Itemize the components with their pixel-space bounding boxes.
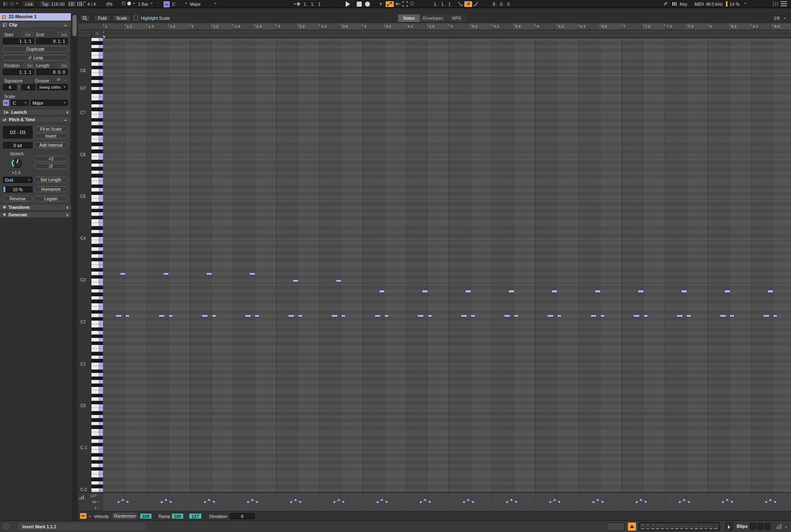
ruler-label[interactable]: 3 <box>278 24 280 28</box>
white-key[interactable] <box>91 104 103 108</box>
randomize-amount-field[interactable]: 100 <box>140 513 152 519</box>
loop-switch[interactable]: ↺ <box>464 1 472 7</box>
ruler-label[interactable]: 5.2 <box>472 24 477 28</box>
automation-mode-button[interactable] <box>386 1 394 7</box>
white-key[interactable] <box>91 240 103 244</box>
new-button[interactable]: + <box>379 1 384 7</box>
white-key[interactable] <box>91 321 103 324</box>
pitch-time-section-header[interactable]: ⇄ Pitch & Time <box>0 116 71 123</box>
white-key[interactable] <box>91 279 103 282</box>
white-key[interactable] <box>91 146 103 150</box>
lane-chooser-button[interactable] <box>80 513 87 519</box>
white-key[interactable] <box>91 164 103 167</box>
midi-note[interactable] <box>288 314 295 317</box>
collapse-arrow[interactable] <box>64 25 67 28</box>
velocity-dot[interactable] <box>635 501 638 503</box>
metronome-filled-icon[interactable] <box>127 2 131 5</box>
white-key[interactable] <box>91 481 103 485</box>
clip-position-field[interactable]: 1. 1. 1 <box>3 69 34 75</box>
midi-note[interactable] <box>514 314 519 317</box>
punch-out-icon[interactable] <box>473 2 478 6</box>
cpu-menu-arrow[interactable] <box>744 3 747 5</box>
white-key[interactable] <box>91 45 103 48</box>
launch-section-header[interactable]: ❙▶ Launch <box>0 109 71 115</box>
velocity-dot[interactable] <box>165 499 167 501</box>
white-key[interactable] <box>91 178 103 181</box>
deviation-field[interactable]: 0 <box>230 513 255 519</box>
white-key[interactable] <box>91 171 103 174</box>
white-key[interactable] <box>91 408 103 411</box>
white-key[interactable] <box>91 422 103 425</box>
velocity-dot[interactable] <box>256 501 258 503</box>
status-menu-arrow[interactable] <box>785 527 787 529</box>
black-key[interactable] <box>91 143 103 146</box>
white-key[interactable] <box>91 265 103 268</box>
ruler-label[interactable]: 6.3 <box>580 24 585 28</box>
ruler-label[interactable]: 6 <box>537 24 539 28</box>
midi-note[interactable] <box>633 314 640 317</box>
midi-note[interactable] <box>159 314 165 317</box>
velocity-dot[interactable] <box>597 499 599 501</box>
session-record-icon[interactable] <box>403 1 408 7</box>
key-map-button[interactable]: Key <box>680 2 687 7</box>
velocity-lane[interactable] <box>103 492 791 511</box>
white-key[interactable] <box>91 345 103 348</box>
chevron-down-icon[interactable] <box>16 3 18 5</box>
time-signature[interactable]: 4 / 4 <box>87 2 96 7</box>
black-key[interactable] <box>91 453 103 457</box>
black-key[interactable] <box>91 167 103 170</box>
black-key[interactable] <box>91 370 103 373</box>
white-key[interactable] <box>91 73 103 76</box>
ruler-label[interactable]: 8 <box>709 24 711 28</box>
stop-button[interactable] <box>357 2 362 7</box>
midi-note[interactable] <box>341 314 346 317</box>
black-key[interactable] <box>91 384 103 387</box>
panel-toggle-icon[interactable] <box>3 2 8 6</box>
velocity-dot[interactable] <box>463 501 465 503</box>
white-key[interactable] <box>91 195 103 198</box>
stretch-knob[interactable] <box>10 157 23 170</box>
velocity-dot[interactable] <box>337 499 340 501</box>
white-key[interactable] <box>91 87 103 90</box>
midi-note[interactable] <box>638 290 644 293</box>
ruler-label[interactable]: 8.2 <box>731 24 737 28</box>
black-key[interactable] <box>91 160 103 163</box>
black-key[interactable] <box>91 150 103 153</box>
clip-end-field[interactable]: 9. 1. 1 <box>36 38 68 44</box>
velocity-dot[interactable] <box>679 501 681 503</box>
black-key[interactable] <box>91 209 103 212</box>
velocity-dot[interactable] <box>290 501 293 503</box>
velocity-dot[interactable] <box>774 501 776 503</box>
clip-overview-minimap[interactable] <box>639 522 720 531</box>
white-key[interactable] <box>91 464 103 467</box>
velocity-dot[interactable] <box>428 501 431 503</box>
ruler-label[interactable]: 2.3 <box>234 24 240 28</box>
clip-name[interactable]: 22-Massive 1 <box>9 14 37 19</box>
white-key[interactable] <box>91 432 103 436</box>
velocity-dot[interactable] <box>644 501 647 503</box>
midi-note[interactable] <box>331 314 338 317</box>
black-key[interactable] <box>91 460 103 464</box>
white-key[interactable] <box>91 331 103 334</box>
clip-title-bar[interactable]: 22-Massive 1 <box>0 13 71 21</box>
black-key[interactable] <box>91 202 103 205</box>
expand-arrow[interactable] <box>65 206 68 209</box>
white-key[interactable] <box>91 289 103 293</box>
set-position-button[interactable]: Set <box>23 63 36 68</box>
generate-section-header[interactable]: ✱ Generate <box>0 211 71 218</box>
white-key[interactable] <box>91 366 103 369</box>
arrangement-position[interactable]: 1. 1. 1 <box>304 2 321 7</box>
black-key[interactable] <box>91 335 103 338</box>
preview-audition-button[interactable]: ∩ <box>91 29 103 38</box>
velocity-dot[interactable] <box>731 501 733 503</box>
black-key[interactable] <box>91 226 103 230</box>
stretch-value[interactable]: ×1.0 <box>12 170 21 175</box>
midi-note[interactable] <box>417 314 424 317</box>
black-key[interactable] <box>91 268 103 272</box>
black-key[interactable] <box>91 342 103 345</box>
black-key[interactable] <box>91 286 103 289</box>
black-key[interactable] <box>91 467 103 471</box>
clip-section-header[interactable]: Clip <box>0 21 71 28</box>
velocity-dot[interactable] <box>299 501 302 503</box>
set-length-button[interactable]: Set <box>58 63 70 68</box>
